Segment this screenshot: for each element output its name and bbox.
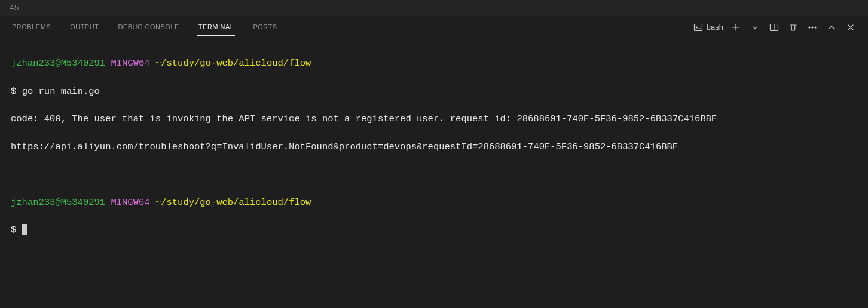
terminal-output[interactable]: jzhan233@M5340291 MINGW64 ~/study/go-web… [0,38,868,256]
window-layout-icon[interactable] [839,5,845,11]
split-terminal-dropdown[interactable] [748,21,762,34]
prompt-env: MINGW64 [111,58,149,69]
prompt-path: ~/study/go-web/alicloud/flow [155,197,311,208]
shell-name: bash [707,23,723,32]
prompt-env: MINGW64 [111,197,149,208]
prompt-user: jzhan233@M5340291 [11,197,105,208]
maximize-panel-button[interactable] [825,21,838,34]
ellipsis-icon [808,23,817,32]
svg-rect-0 [694,24,702,30]
chevron-down-icon [751,24,759,31]
terminal-cursor [22,224,27,235]
prompt-path: ~/study/go-web/alicloud/flow [155,58,311,69]
close-icon [846,23,855,32]
tab-problems[interactable]: PROBLEMS [11,19,52,36]
split-icon [769,23,779,32]
tab-terminal[interactable]: TERMINAL [197,19,236,36]
output-line-2: https://api.aliyun.com/troubleshoot?q=In… [11,140,857,154]
window-controls [839,5,858,11]
new-terminal-button[interactable] [729,21,742,34]
output-line-1: code: 400, The user that is invoking the… [11,112,857,126]
window-spacer [847,7,850,10]
more-actions-button[interactable] [806,21,819,34]
shell-picker[interactable]: bash [693,23,723,32]
kill-terminal-button[interactable] [787,21,800,34]
svg-point-3 [812,26,813,27]
panel-tabs: PROBLEMS OUTPUT DEBUG CONSOLE TERMINAL P… [11,19,279,36]
trash-icon [788,23,798,32]
close-panel-button[interactable] [844,21,857,34]
window-minimize-icon[interactable] [852,5,858,11]
chevron-up-icon [827,23,836,32]
prompt-symbol: $ [11,224,16,235]
split-panel-button[interactable] [768,21,781,34]
svg-point-4 [815,26,816,27]
panel-header: PROBLEMS OUTPUT DEBUG CONSOLE TERMINAL P… [0,17,868,38]
terminal-icon [693,23,703,32]
svg-point-2 [809,26,810,27]
command-text: go run main.go [22,86,100,97]
tab-output[interactable]: OUTPUT [69,19,100,36]
tab-debug-console[interactable]: DEBUG CONSOLE [117,19,180,36]
prompt-user: jzhan233@M5340291 [11,58,105,69]
line-number: 45 [10,4,19,13]
tab-ports[interactable]: PORTS [252,19,278,36]
plus-icon [731,23,741,32]
prompt-symbol: $ [11,86,16,97]
